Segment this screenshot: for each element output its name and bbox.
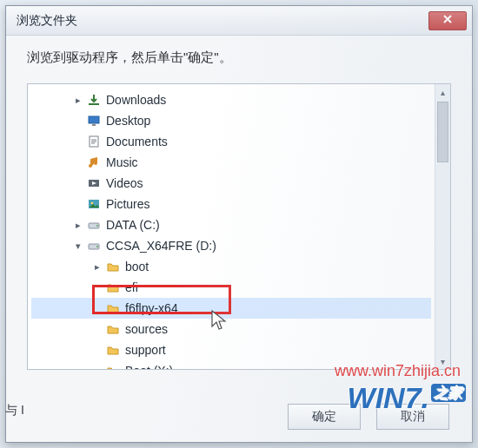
chevron-right-icon[interactable]: ▸ [71,220,85,231]
tree-item[interactable]: efi [31,277,431,298]
folder-icon [104,300,122,316]
svg-point-6 [91,202,94,205]
tree-item-label: Music [106,155,138,169]
tree-item[interactable]: ▸DATA (C:) [31,214,431,235]
chevron-right-icon[interactable]: ▸ [90,366,104,370]
tree-item[interactable]: ▾CCSA_X64FRE (D:) [31,235,431,256]
tree-item-label: Desktop [106,114,150,128]
tree-item-label: sources [125,322,168,336]
tree-item[interactable]: Music [31,152,431,173]
tree-item-label: Boot (X:) [125,364,173,369]
watermark-url: www.win7zhijia.cn [335,362,461,380]
document-icon [85,134,103,149]
tree-item[interactable]: Desktop [31,110,431,131]
tree-item[interactable]: Videos [31,173,431,194]
tree-item[interactable]: Pictures [31,194,431,214]
music-icon [85,155,103,170]
scroll-thumb[interactable] [437,102,448,162]
tree-item-label: boot [125,260,149,273]
svg-point-8 [96,225,98,227]
picture-icon [85,196,103,212]
tree-item-label: Downloads [106,93,166,107]
tree-item-label: Videos [106,176,143,190]
side-label: 与 I [5,403,24,418]
svg-rect-1 [89,116,99,123]
close-button[interactable] [428,11,467,30]
tree-item-label: support [125,343,166,357]
tree-item[interactable]: ▸Downloads [31,89,431,110]
chevron-right-icon[interactable]: ▸ [71,95,85,106]
tree-item[interactable]: ▸boot [31,256,431,277]
drive-icon [85,238,103,254]
tree-item-label: Pictures [106,197,150,211]
tree-item[interactable]: Documents [31,131,431,152]
chevron-right-icon[interactable]: ▸ [90,261,104,273]
tree-item[interactable]: f6flpy-x64 [31,298,431,319]
folder-icon [104,280,122,295]
tree-item[interactable]: support [31,339,431,360]
titlebar: 浏览文件夹 [6,6,472,36]
tree-item-label: DATA (C:) [106,218,160,232]
tree-item[interactable]: sources [31,319,431,339]
instruction-text: 浏览到驱动程序，然后单击"确定"。 [6,36,472,75]
tree-item-label: f6flpy-x64 [125,301,178,315]
download-icon [85,92,103,108]
tree-item-label: efi [125,280,138,294]
svg-rect-0 [89,103,99,105]
window-title: 浏览文件夹 [17,13,77,29]
drive-icon [85,217,103,233]
scroll-up-arrow-icon[interactable]: ▴ [435,84,450,100]
folder-tree-container: ▸DownloadsDesktopDocumentsMusicVideosPic… [27,83,451,370]
folder-tree[interactable]: ▸DownloadsDesktopDocumentsMusicVideosPic… [28,84,435,369]
svg-rect-2 [92,124,96,126]
watermark-logo: WIN7.之家 [348,381,466,415]
tree-item-label: CCSA_X64FRE (D:) [106,239,216,253]
folder-icon [104,259,122,274]
folder-icon [104,363,122,369]
video-icon [85,175,103,191]
folder-icon [104,342,122,358]
folder-icon [104,321,122,337]
vertical-scrollbar[interactable]: ▴ ▾ [435,84,450,369]
chevron-down-icon[interactable]: ▾ [71,240,85,252]
desktop-icon [85,113,103,128]
svg-point-10 [96,246,98,247]
close-icon [442,14,453,27]
tree-item-label: Documents [106,135,168,148]
